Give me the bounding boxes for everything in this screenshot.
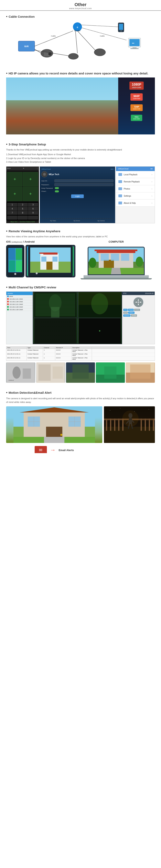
svg-rect-141 — [145, 418, 146, 431]
cms-controls: PTZ Preset Cruise Auto Pattern Advance D… — [122, 295, 155, 318]
svg-point-123 — [60, 434, 62, 436]
svg-rect-54 — [9, 248, 15, 260]
log-col-desc: Description — [72, 346, 92, 349]
keep-password-toggle[interactable] — [55, 187, 59, 189]
app-screenshots: Back★⋮ + + + + 123 456 789 MEye Tech — G… — [6, 166, 155, 223]
app-logo-text: MEye Tech — [49, 173, 59, 176]
svg-rect-104 — [23, 369, 31, 379]
svg-rect-67 — [42, 257, 47, 262]
app-keypad-topbar: Back★⋮ — [6, 166, 39, 170]
login-password-input[interactable] — [54, 183, 113, 186]
login-row-cloud: Cloud： — [42, 190, 113, 192]
log-row-1: 2014-09-15 12:31:11 Contact Takeover 1 0… — [6, 349, 155, 353]
svg-rect-145 — [129, 418, 132, 424]
svg-rect-140 — [141, 418, 142, 431]
about-help-icon — [118, 202, 122, 205]
svg-line-23 — [77, 31, 96, 51]
photos-icon — [118, 187, 122, 190]
chevron-right-icon: › — [152, 188, 152, 190]
section-multi-channel: Multi Channel by CMS/PC review Monitor M… — [0, 281, 161, 387]
svg-rect-131 — [44, 437, 64, 443]
thumb-4 — [96, 363, 125, 383]
section-motion-detection: Motion Detection&Email Alert The camera … — [0, 387, 161, 453]
app-bottom-nav: My Video By Device By Camera — [42, 219, 113, 221]
log-col-ip: Remote IP — [55, 346, 72, 349]
app-logo-icon — [42, 171, 48, 177]
svg-rect-88 — [79, 292, 121, 317]
svg-point-48 — [36, 116, 39, 120]
advance-btn[interactable]: Advance — [123, 314, 130, 317]
cable-diagram: e Router NVR — [6, 21, 155, 65]
section-title-cms: Multi Channel by CMS/PC review — [6, 285, 155, 289]
quad-grid: + + + + — [6, 171, 39, 202]
cms-btn-row-3: Advance Default — [123, 314, 154, 317]
login-userid-input[interactable] — [54, 179, 113, 182]
svg-rect-132 — [104, 406, 155, 443]
svg-text:outdoor: outdoor — [8, 379, 14, 381]
resolution-badge-720p: 720P 1280×720 — [130, 104, 143, 111]
app-panel-login: vMEyeCloud ●●● MEye Tech User ID： Passwo… — [40, 166, 115, 223]
ptz-joystick[interactable] — [133, 297, 143, 307]
town-image — [6, 78, 118, 134]
svg-rect-28 — [6, 98, 118, 134]
laptop-image — [77, 245, 155, 279]
svg-rect-11 — [129, 39, 140, 46]
auto-btn[interactable]: Auto — [123, 312, 128, 314]
cms-video-3 — [33, 318, 77, 344]
menu-item-local-playback[interactable]: Local Playback › — [116, 171, 155, 178]
pattern-btn[interactable]: Pattern — [128, 312, 135, 314]
nav-item-myvideo[interactable]: My Video — [50, 220, 56, 221]
login-form: User ID： Password： Keep Password Cloud： … — [42, 179, 113, 198]
svg-line-147 — [132, 421, 134, 423]
default-btn[interactable]: Default — [131, 314, 137, 317]
section-cable-connection: Cable Connection e Router NVR — [0, 11, 161, 67]
resolution-badge-960p: 960P 1280×960 — [130, 93, 143, 101]
laptop-screen — [88, 247, 145, 275]
svg-point-16 — [120, 31, 122, 31]
nav-item-bydevice[interactable]: By Device — [74, 220, 80, 221]
login-row-userid: User ID： — [42, 179, 113, 182]
mobile-devices — [6, 245, 75, 279]
log-col-channel: Channel — [43, 346, 55, 349]
quad-cell-3: + — [7, 187, 22, 202]
svg-rect-13 — [130, 48, 139, 49]
section-remote-viewing: Remote Viewing Anytime Anywhere View liv… — [0, 225, 161, 281]
section-title-setup: 3-Step Smartphone Setup — [6, 142, 155, 147]
menu-item-photos[interactable]: Photos › — [116, 185, 155, 192]
svg-point-8 — [68, 53, 78, 59]
quad-cell-1: + — [7, 172, 22, 186]
svg-point-44 — [95, 102, 105, 114]
ptz-btn[interactable]: PTZ — [123, 309, 128, 311]
thumb-2 — [36, 363, 65, 383]
page-header: Other www.meyecloud.com — [0, 0, 161, 11]
thumb-3 — [66, 363, 95, 383]
log-row-2: 2014-09-15 12:31:11 Contact Takeover 1 0… — [6, 353, 155, 357]
menu-item-settings[interactable]: Settings › — [116, 192, 155, 199]
menu-item-about-help[interactable]: About & Help › — [116, 199, 155, 207]
step-3: 3.View Live Video from Smartphone or Tab… — [6, 160, 155, 164]
svg-point-42 — [15, 104, 23, 114]
svg-rect-12 — [132, 47, 137, 48]
svg-rect-65 — [39, 253, 55, 254]
platforms-row: iOS (sold&phone) / Android — [6, 240, 155, 279]
nav-item-bycamera[interactable]: By Camera — [98, 220, 105, 221]
step-1: 1.Download VMEyecloud from Apple App Sto… — [6, 153, 155, 156]
svg-rect-37 — [25, 96, 28, 100]
resolution-badge-1080p: 1080P 1920×1080 — [129, 82, 144, 90]
remote-desc: View live video of the camera anytime fr… — [6, 235, 155, 238]
svg-rect-36 — [30, 90, 33, 94]
menu-item-remote-playback[interactable]: Remote Playback › — [116, 178, 155, 185]
cruise-btn[interactable]: Cruise — [134, 309, 140, 311]
svg-line-17 — [35, 31, 73, 46]
svg-rect-76 — [101, 254, 109, 261]
svg-rect-136 — [110, 418, 111, 431]
cloud-toggle[interactable] — [55, 190, 59, 192]
svg-rect-135 — [106, 418, 107, 431]
login-button[interactable]: Login — [71, 194, 84, 198]
svg-line-149 — [131, 424, 132, 429]
preset-btn[interactable]: Preset — [128, 309, 134, 311]
app-logo-area: MEye Tech — [42, 171, 113, 177]
cms-tree-cam4: 192.168.2.168 CAM4 — [6, 306, 33, 308]
thumb-5 — [126, 363, 155, 383]
local-playback-icon — [118, 173, 122, 176]
